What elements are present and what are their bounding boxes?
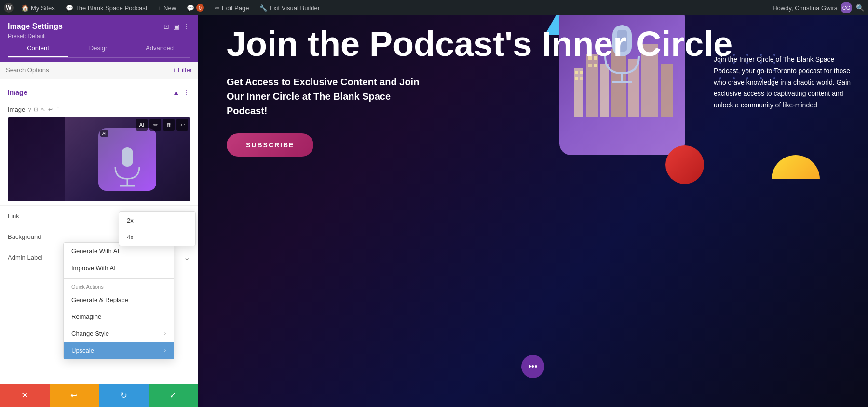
save-icon: ✓ [169, 390, 176, 401]
image-delete-icon[interactable]: 🗑 [163, 119, 175, 131]
more-icon[interactable]: ⋮ [183, 23, 190, 30]
microphone-svg [108, 143, 147, 191]
context-menu: Generate With AI Improve With AI Quick A… [63, 242, 174, 359]
reset-icon[interactable]: ↩ [48, 106, 53, 113]
help-icon[interactable]: ? [28, 107, 31, 113]
search-input[interactable] [6, 66, 169, 74]
image-preview[interactable]: AI AI [8, 117, 190, 201]
admin-search-icon[interactable]: 🔍 [856, 4, 864, 12]
background-field-label: Background [8, 233, 41, 240]
save-button[interactable]: ✓ [149, 384, 198, 407]
exit-builder-link[interactable]: 🔧 Exit Visual Builder [257, 4, 323, 12]
exit-icon: 🔧 [259, 4, 267, 12]
image-size-icon[interactable]: ⊡ [34, 106, 38, 113]
field-label-row: Image ? ⊡ ↖ ↩ ⋮ [8, 106, 190, 113]
tab-design[interactable]: Design [68, 39, 129, 57]
upscale-arrow: › [164, 348, 166, 353]
sidebar-icon[interactable]: ▣ [173, 23, 179, 30]
panel-title-row: Image Settings ⊡ ▣ ⋮ [8, 22, 190, 31]
filter-button[interactable]: + Filter [173, 66, 192, 74]
more-dots-icon: ••• [529, 362, 538, 372]
reimagine-item[interactable]: Reimagine [64, 308, 174, 325]
hero-title: Join the Podcast's Inner Circle [227, 25, 839, 63]
section-title: Image [8, 89, 27, 96]
generate-replace-item[interactable]: Generate & Replace [64, 291, 174, 308]
search-row: + Filter [0, 62, 198, 79]
upscale-submenu: 2x 4x [119, 211, 196, 246]
cursor-icon[interactable]: ↖ [41, 106, 45, 113]
my-sites-link[interactable]: 🏠 My Sites [18, 4, 58, 12]
image-edit-icon[interactable]: ✏ [149, 119, 161, 131]
undo-icon: ↩ [70, 390, 78, 401]
pencil-icon: ✏ [215, 4, 220, 12]
user-avatar: CG [841, 2, 852, 13]
redo-icon: ↻ [120, 390, 127, 401]
panel-content: Image ▲ ⋮ Image ? ⊡ ↖ ↩ ⋮ [0, 79, 198, 384]
admin-label-field-label: Admin Label [8, 254, 42, 261]
ai-badge: AI [100, 130, 108, 137]
image-reset-icon[interactable]: ↩ [176, 119, 188, 131]
hero-content: Join the Podcast's Inner Circle Get Acce… [198, 15, 868, 166]
panel-bottom: ✕ ↩ ↻ ✓ [0, 384, 198, 407]
admin-bar: W 🏠 My Sites 💬 The Blank Space Podcast +… [0, 0, 868, 15]
my-sites-icon: 🏠 [21, 4, 29, 12]
admin-label-chevron[interactable]: ⌄ [184, 253, 190, 262]
quick-actions-label: Quick Actions [64, 281, 174, 291]
change-style-arrow: › [164, 331, 166, 336]
comment-icon: 💬 [187, 4, 194, 12]
panel-title-icons: ⊡ ▣ ⋮ [163, 23, 190, 30]
edit-page-link[interactable]: ✏ Edit Page [212, 4, 252, 12]
fullscreen-icon[interactable]: ⊡ [163, 23, 169, 30]
new-item-link[interactable]: + New [155, 4, 179, 12]
notifications-link[interactable]: 💬 0 [184, 4, 207, 12]
tab-content[interactable]: Content [8, 39, 68, 57]
wordpress-icon[interactable]: W [4, 3, 14, 13]
site-name-link[interactable]: 💬 The Blank Space Podcast [63, 4, 150, 12]
panel-header: Image Settings ⊡ ▣ ⋮ Preset: Default Con… [0, 15, 198, 62]
upscale-4x-item[interactable]: 4x [119, 229, 195, 246]
cancel-button[interactable]: ✕ [0, 384, 50, 407]
menu-separator-1 [64, 278, 174, 279]
image-field-row: Image ? ⊡ ↖ ↩ ⋮ AI [0, 104, 198, 205]
improve-with-ai-item[interactable]: Improve With AI [64, 260, 174, 276]
upscale-2x-item[interactable]: 2x [119, 212, 195, 229]
section-controls: ▲ ⋮ [173, 89, 190, 96]
image-toolbar: AI ✏ 🗑 ↩ [136, 119, 188, 131]
upscale-item[interactable]: Upscale › [64, 342, 174, 359]
field-more-icon[interactable]: ⋮ [55, 106, 61, 113]
link-field-label: Link [8, 212, 19, 220]
image-field-label: Image [8, 106, 25, 113]
undo-button[interactable]: ↩ [50, 384, 99, 407]
cancel-icon: ✕ [21, 390, 28, 401]
subscribe-button[interactable]: SUBSCRIBE [227, 133, 313, 157]
panel-preset: Preset: Default [8, 33, 190, 39]
right-content: Join the Podcast's Inner Circle Get Acce… [198, 15, 868, 407]
admin-bar-right: Howdy, Christina Gwira CG 🔍 [773, 2, 864, 13]
panel-title: Image Settings [8, 22, 63, 31]
change-style-item[interactable]: Change Style › [64, 325, 174, 342]
more-button[interactable]: ••• [521, 355, 544, 378]
section-more-icon[interactable]: ⋮ [183, 89, 190, 96]
image-section-header: Image ▲ ⋮ [0, 85, 198, 100]
image-mini-preview: AI [98, 128, 156, 191]
tab-advanced[interactable]: Advanced [129, 39, 190, 57]
user-section[interactable]: Howdy, Christina Gwira CG [773, 2, 852, 13]
site-icon: 💬 [66, 4, 73, 12]
notification-badge: 0 [196, 4, 204, 12]
collapse-icon[interactable]: ▲ [173, 89, 179, 96]
main-layout: Image Settings ⊡ ▣ ⋮ Preset: Default Con… [0, 15, 868, 407]
hero-subtitle: Get Access to Exclusive Content and Join… [227, 75, 429, 118]
redo-button[interactable]: ↻ [99, 384, 149, 407]
svg-rect-0 [122, 147, 133, 167]
image-preview-container: AI AI [8, 117, 190, 201]
ai-tool-btn[interactable]: AI [136, 119, 148, 131]
panel-tabs: Content Design Advanced [8, 39, 190, 58]
left-panel: Image Settings ⊡ ▣ ⋮ Preset: Default Con… [0, 15, 198, 407]
new-plus-icon: + [158, 4, 162, 12]
admin-bar-left: W 🏠 My Sites 💬 The Blank Space Podcast +… [4, 3, 767, 13]
